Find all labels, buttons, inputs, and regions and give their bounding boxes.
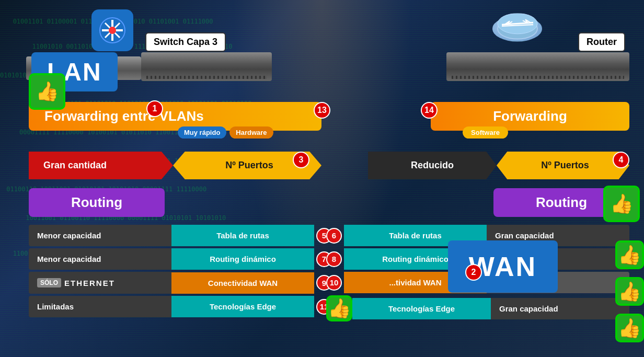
svg-point-5 [109, 27, 116, 34]
wan-label: WAN [448, 240, 558, 293]
cell-text-2l: Menor capacidad [37, 255, 101, 263]
badge-9-text: 9 [322, 279, 326, 287]
tag-muy-rapido: Muy rápido [178, 126, 226, 139]
thumbs-up-right-5-icon: 👍 [618, 317, 641, 339]
cell-rtext-2r: Routing dinámico [382, 255, 448, 263]
reducido-arrow: Reducido [368, 152, 497, 179]
cell-rtext-4l: Gran capacidad [499, 304, 558, 313]
thumbs-up-right-2-icon: 👍 [328, 297, 351, 319]
badge-7-text: 7 [322, 255, 326, 263]
cell-rtext-3r: ...tividad WAN [389, 278, 441, 287]
cell-limitadas: Limitadas [29, 296, 171, 317]
cell-rtext-1l: Gran capacidad [495, 231, 554, 240]
npuertos-right-text: Nº Puertos [541, 160, 589, 170]
cell-tecnologias-edge-2: Tecnologías Edge [352, 298, 491, 319]
cell-text-4l: Limitadas [37, 302, 74, 311]
left-device-switch-main [141, 52, 272, 81]
router-icon [492, 16, 542, 42]
badge-5-text: 5 [322, 231, 326, 240]
cell-tabla-rutas-1: Tabla de rutas [171, 225, 314, 246]
switch-capa3-label: Switch Capa 3 [145, 32, 226, 52]
badge-2: 2 [465, 264, 482, 281]
cell-text-1l: Menor capacidad [37, 231, 101, 240]
tag-software: Software [463, 126, 508, 139]
cell-rtext-1r: Tabla de rutas [389, 231, 442, 240]
cell-text-3r: Conectividad WAN [208, 279, 278, 287]
table-row-left-2: Menor capacidad Routing dinámico 7 [29, 248, 332, 270]
badge-10-text: 10 [330, 278, 339, 287]
cell-conectividad-wan: Conectividad WAN [171, 272, 314, 294]
npuertos-right-row: Reducido Nº Puertos [368, 152, 629, 179]
cell-solo-eth: SÓLO ETHERNET [29, 272, 171, 294]
badge-6: 6 [326, 228, 342, 244]
tag-hardware: Hardware [229, 126, 273, 139]
forwarding-vlans-text: Forwarding entre VLANs [44, 108, 204, 124]
badge-2-text: 2 [472, 268, 476, 277]
gran-cantidad-arrow: Gran cantidad [29, 152, 173, 179]
table-left: Menor capacidad Tabla de rutas 5 Menor c… [29, 225, 332, 319]
badge-6-text: 6 [332, 231, 336, 240]
thumbs-up-right-3-icon: 👍 [618, 244, 641, 266]
tag-software-text: Software [471, 129, 500, 136]
thumbs-up-right-1-icon: 👍 [610, 193, 634, 215]
gran-cantidad-text: Gran cantidad [43, 160, 107, 170]
right-device-switch-rack [446, 52, 629, 81]
badge-8: 8 [326, 251, 342, 267]
cell-text-2r: Routing dinámico [210, 255, 276, 263]
router-label-text: Router [586, 37, 617, 47]
cell-menor-capacidad-1: Menor capacidad [29, 225, 171, 246]
switch-capa3-icon [91, 9, 133, 51]
tag-hardware-text: Hardware [236, 129, 267, 136]
badge-10: 10 [326, 275, 342, 291]
tags-row-left: Muy rápido Hardware [178, 126, 273, 139]
thumbs-up-right-4-icon: 👍 [618, 281, 641, 303]
table-row-left-3: SÓLO ETHERNET Conectividad WAN 9 [29, 272, 332, 294]
badge-14-text: 14 [424, 106, 434, 115]
cell-rtext-4r: Tecnologías Edge [388, 304, 455, 313]
npuertos-right-arrow: Nº Puertos [497, 152, 629, 179]
thumbs-up-right-4: 👍 [615, 277, 644, 306]
forwarding-vlans-banner: Forwarding entre VLANs [29, 102, 321, 131]
cell-menor-capacidad-2: Menor capacidad [29, 248, 171, 270]
npuertos-left-text: Nº Puertos [225, 160, 273, 170]
solo-tag: SÓLO [37, 278, 61, 287]
cell-routing-dinamico-1: Routing dinámico [171, 248, 314, 270]
routing-left-banner: Routing [29, 188, 165, 217]
routing-left-text: Routing [71, 194, 122, 210]
badge-1: 1 [146, 100, 163, 117]
thumbs-up-right-1: 👍 [603, 186, 640, 222]
cell-text-4r: Tecnologías Edge [210, 302, 276, 311]
badge-14: 14 [421, 102, 438, 119]
thumbs-up-left-icon: 👍 [36, 80, 59, 102]
cell-gran-capacidad-3: Gran capacidad [491, 298, 629, 319]
router-label: Router [578, 32, 625, 52]
cell-text-1r: Tabla de rutas [216, 231, 269, 240]
thumbs-up-right-3: 👍 [615, 240, 644, 269]
badge-13: 13 [314, 102, 330, 119]
reducido-text: Reducido [411, 160, 454, 170]
thumbs-up-left: 👍 [29, 73, 65, 110]
router-icon-svg [497, 14, 538, 44]
badge-4: 4 [613, 152, 629, 168]
table-row-left-1: Menor capacidad Tabla de rutas 5 [29, 225, 332, 246]
badge-1-text: 1 [153, 104, 157, 113]
switch-capa3-text: Switch Capa 3 [154, 37, 217, 47]
badge-8-text: 8 [332, 255, 336, 263]
badge-3-text: 3 [299, 155, 304, 165]
thumbs-up-right-2: 👍 [326, 295, 352, 321]
tag-muy-rapido-text: Muy rápido [184, 129, 220, 136]
ethernet-text: ETHERNET [64, 279, 115, 287]
thumbs-up-right-5: 👍 [615, 314, 644, 342]
table-row-right-4: Gran capacidad Tecnologías Edge 👍 [326, 295, 629, 321]
badge-3: 3 [293, 152, 309, 168]
forwarding-right-banner: Forwarding [431, 102, 629, 131]
badge-4-text: 4 [619, 155, 624, 165]
switch-icon-svg [99, 17, 126, 44]
badge-13-text: 13 [317, 106, 327, 115]
forwarding-right-text: Forwarding [493, 108, 567, 124]
npuertos-left-row: Gran cantidad Nº Puertos [29, 152, 321, 179]
table-row-left-4: Limitadas Tecnologías Edge 11 [29, 296, 332, 317]
routing-right-text: Routing [536, 194, 587, 210]
cell-tecnologias-edge-1: Tecnologías Edge [171, 296, 314, 317]
